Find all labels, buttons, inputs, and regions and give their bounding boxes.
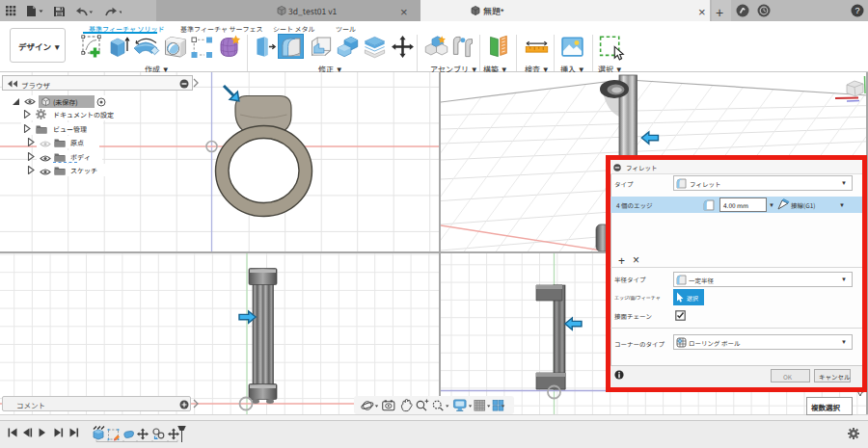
svg-text:?: ? [854, 6, 859, 15]
